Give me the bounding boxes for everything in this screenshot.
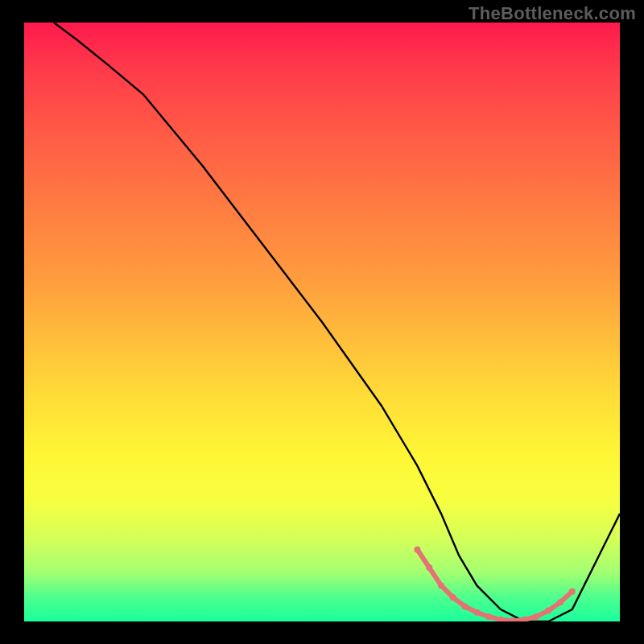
- bottleneck-marker: [485, 613, 492, 620]
- bottleneck-marker: [545, 608, 551, 614]
- bottleneck-markers: [414, 547, 575, 621]
- bottleneck-marker: [450, 594, 456, 601]
- main-curve: [54, 23, 620, 621]
- bottleneck-marker: [426, 564, 432, 571]
- bottleneck-marker: [533, 613, 539, 620]
- plot-area: [24, 23, 620, 621]
- bottleneck-marker: [462, 603, 469, 609]
- bottleneck-marker: [414, 547, 420, 553]
- main-curve-group: [54, 23, 620, 621]
- bottleneck-marker: [569, 588, 576, 595]
- chart-svg: [24, 23, 620, 621]
- bottleneck-marker: [438, 582, 444, 588]
- bottleneck-marker: [473, 609, 480, 616]
- chart-frame: TheBottleneck.com: [0, 0, 644, 644]
- bottleneck-marker: [557, 599, 564, 605]
- watermark-text: TheBottleneck.com: [469, 3, 636, 24]
